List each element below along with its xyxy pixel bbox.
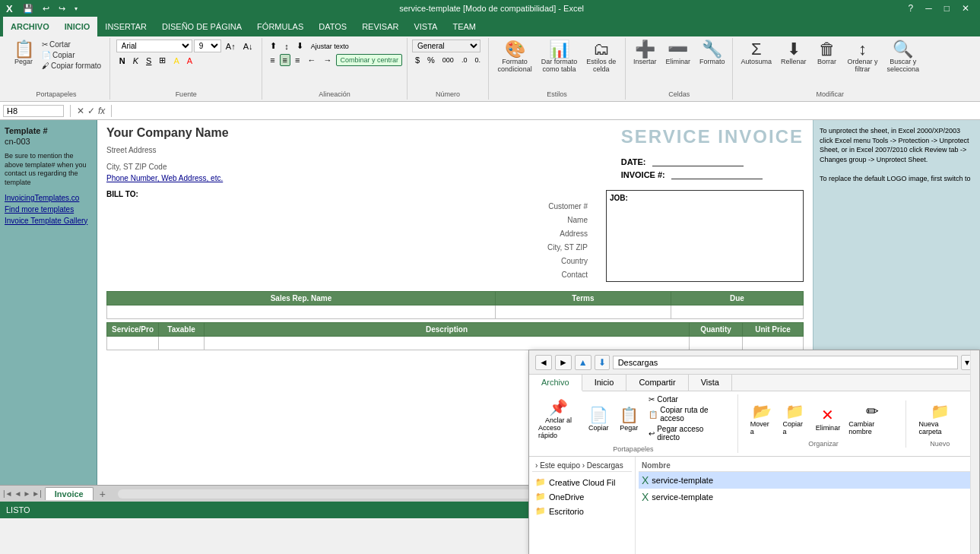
clear-btn[interactable]: 🗑 Borrar bbox=[813, 40, 842, 67]
copy-button[interactable]: 📄Copiar bbox=[40, 50, 103, 60]
fe-tab-vista[interactable]: Vista bbox=[689, 375, 732, 391]
tab-archivo[interactable]: ARCHIVO bbox=[3, 17, 57, 36]
font-size-select[interactable]: 9 bbox=[194, 40, 221, 52]
help-btn[interactable]: ? bbox=[904, 3, 918, 14]
font-family-select[interactable]: Arial bbox=[116, 40, 192, 52]
fe-nav-escritorio[interactable]: 📁 Escritorio bbox=[532, 504, 632, 518]
percent-btn[interactable]: % bbox=[424, 54, 438, 66]
fe-paste-shortcut-btn[interactable]: ↩ Pegar acceso directo bbox=[645, 424, 731, 442]
tab-formulas[interactable]: FÓRMULAS bbox=[249, 17, 311, 36]
cell-styles-btn[interactable]: 🗂 Estilos decelda bbox=[583, 40, 619, 74]
align-bottom-btn[interactable]: ⬇ bbox=[293, 40, 306, 52]
close-btn[interactable]: ✕ bbox=[957, 3, 974, 14]
thousand-btn[interactable]: 000 bbox=[439, 55, 457, 65]
find-btn[interactable]: 🔍 Buscar yselecciona bbox=[884, 40, 923, 74]
fe-path-display[interactable]: Descargas bbox=[613, 356, 958, 369]
fe-move-btn[interactable]: 📂 Mover a bbox=[747, 400, 777, 437]
fe-new-folder-btn[interactable]: 📁 Nueva carpeta bbox=[915, 400, 964, 437]
bold-btn[interactable]: N bbox=[116, 55, 128, 67]
fe-nav-creative-cloud[interactable]: 📁 Creative Cloud Fil bbox=[532, 475, 632, 489]
name-box[interactable] bbox=[3, 105, 64, 117]
fe-delete-btn[interactable]: ✕ Eliminar bbox=[813, 404, 843, 433]
invoicing-link[interactable]: InvoicingTemplates.co bbox=[5, 194, 92, 202]
font-color-btn[interactable]: A bbox=[184, 55, 195, 67]
decrease-indent-btn[interactable]: ← bbox=[304, 54, 319, 66]
minimize-btn[interactable]: ─ bbox=[921, 3, 937, 14]
fill-btn[interactable]: ⬇ Rellenar bbox=[778, 40, 810, 67]
fe-rename-btn[interactable]: ✏ Cambiar nombre bbox=[845, 400, 899, 437]
add-sheet-btn[interactable]: + bbox=[94, 486, 112, 502]
tab-datos[interactable]: DATOS bbox=[311, 17, 354, 36]
fe-vertical-scrollbar[interactable] bbox=[970, 457, 979, 554]
format-btn[interactable]: 🔧 Formato bbox=[696, 40, 728, 67]
wrap-text-btn[interactable]: Ajustar texto bbox=[308, 41, 352, 52]
align-top-btn[interactable]: ⬆ bbox=[267, 40, 280, 52]
fe-pin-btn[interactable]: 📌 Anclar al Acceso rápido bbox=[535, 397, 582, 441]
format-painter-button[interactable]: 🖌Copiar formato bbox=[40, 61, 103, 71]
border-btn[interactable]: ⊞ bbox=[156, 54, 169, 67]
fe-back-btn[interactable]: ◄ bbox=[535, 355, 552, 370]
align-center-btn[interactable]: ≡ bbox=[280, 54, 290, 66]
sort-btn[interactable]: ↕ Ordenar yfiltrar bbox=[845, 40, 881, 74]
tab-team[interactable]: TEAM bbox=[445, 17, 484, 36]
grow-font-btn[interactable]: A↑ bbox=[223, 40, 239, 52]
currency-btn[interactable]: $ bbox=[412, 54, 423, 66]
cut-button[interactable]: ✂Cortar bbox=[40, 40, 103, 49]
fe-tab-archivo[interactable]: Archivo bbox=[529, 375, 582, 391]
conditional-format-btn[interactable]: 🎨 Formatocondicional bbox=[495, 40, 535, 74]
align-left-btn[interactable]: ≡ bbox=[267, 54, 278, 66]
gallery-link[interactable]: Invoice Template Gallery bbox=[5, 217, 92, 225]
insert-btn[interactable]: ➕ Insertar bbox=[630, 40, 660, 67]
tab-diseno[interactable]: DISEÑO DE PÁGINA bbox=[154, 17, 249, 36]
fe-down-btn[interactable]: ⬇ bbox=[595, 355, 610, 370]
fe-paste-btn[interactable]: 📋 Pegar bbox=[615, 404, 642, 433]
more-templates-link[interactable]: Find more templates bbox=[5, 205, 92, 214]
number-format-select[interactable]: General bbox=[412, 40, 480, 52]
fe-copy-path-btn[interactable]: 📋 Copiar ruta de acceso bbox=[645, 405, 731, 423]
undo-qa-btn[interactable]: ↩ bbox=[40, 3, 52, 14]
confirm-formula-btn[interactable]: ✓ bbox=[87, 106, 95, 116]
fill-color-btn[interactable]: A bbox=[170, 55, 182, 67]
delete-btn[interactable]: ➖ Eliminar bbox=[662, 40, 693, 67]
fe-file-row-1[interactable]: X service-template bbox=[639, 472, 976, 489]
align-middle-btn[interactable]: ↕ bbox=[281, 40, 292, 52]
fe-cut-btn[interactable]: ✂ Cortar bbox=[645, 394, 731, 404]
tab-inicio[interactable]: INICIO bbox=[57, 17, 98, 36]
fe-forward-btn[interactable]: ► bbox=[555, 355, 572, 370]
underline-btn[interactable]: S bbox=[143, 55, 154, 67]
dec-rem-btn[interactable]: 0. bbox=[471, 55, 484, 65]
redo-qa-btn[interactable]: ↪ bbox=[56, 3, 68, 14]
tab-revisar[interactable]: REVISAR bbox=[354, 17, 406, 36]
cancel-formula-btn[interactable]: ✕ bbox=[77, 106, 84, 116]
formula-input[interactable] bbox=[118, 106, 977, 116]
maximize-btn[interactable]: □ bbox=[940, 3, 954, 14]
shrink-font-btn[interactable]: A↓ bbox=[240, 40, 256, 52]
paste-button[interactable]: 📋 Pegar bbox=[9, 40, 38, 67]
fe-copy-btn[interactable]: 📄 Copiar bbox=[585, 404, 612, 433]
align-right-btn[interactable]: ≡ bbox=[292, 54, 303, 66]
sheet-nav-next[interactable]: ► bbox=[23, 489, 30, 498]
format-as-table-btn[interactable]: 📊 Dar formatocomo tabla bbox=[538, 40, 581, 74]
sheet-nav-prev[interactable]: ◄ bbox=[14, 489, 22, 498]
fe-up-btn[interactable]: ▲ bbox=[575, 355, 591, 370]
autosum-btn[interactable]: Σ Autosuma bbox=[737, 40, 775, 67]
fe-tab-compartir[interactable]: Compartir bbox=[626, 375, 688, 391]
dec-add-btn[interactable]: .0 bbox=[458, 55, 471, 65]
fe-copy-to-btn[interactable]: 📁 Copiar a bbox=[779, 400, 810, 437]
save-qa-btn[interactable]: 💾 bbox=[21, 3, 36, 14]
fe-tab-inicio[interactable]: Inicio bbox=[582, 375, 627, 391]
insert-function-btn[interactable]: fx bbox=[98, 106, 105, 116]
tab-insertar[interactable]: INSERTAR bbox=[97, 17, 154, 36]
qa-dropdown-btn[interactable]: ▾ bbox=[72, 5, 80, 13]
italic-btn[interactable]: K bbox=[130, 55, 141, 67]
sheet-nav-first[interactable]: |◄ bbox=[3, 489, 13, 498]
sheet-nav-last[interactable]: ►| bbox=[32, 489, 42, 498]
phone-link[interactable]: Phone Number, Web Address, etc. bbox=[106, 174, 223, 182]
fe-nav-onedrive[interactable]: 📁 OneDrive bbox=[532, 489, 632, 504]
merge-center-btn[interactable]: Combinar y centrar bbox=[336, 54, 402, 66]
fe-file-row-2[interactable]: X service-template bbox=[639, 489, 976, 505]
tab-vista[interactable]: VISTA bbox=[406, 17, 445, 36]
invoice-sheet-tab[interactable]: Invoice bbox=[45, 487, 94, 500]
description-header: Description bbox=[205, 323, 690, 337]
increase-indent-btn[interactable]: → bbox=[320, 54, 335, 66]
